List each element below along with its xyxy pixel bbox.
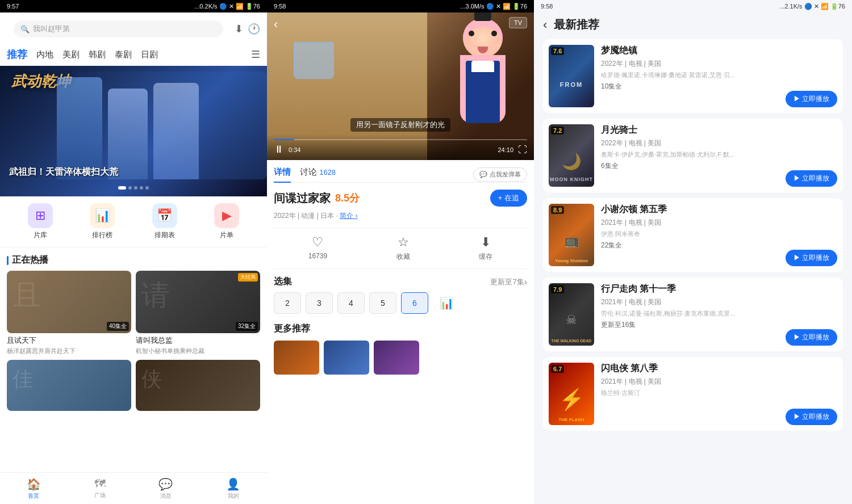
year-3: 2021年 (601, 219, 623, 226)
bottom-nav: 🏠 首页 🗺 广场 💬 消息 👤 我的 (0, 472, 267, 504)
like-action[interactable]: ♡ 16739 (308, 235, 327, 262)
hero-subtitle: 武祖归！天雷淬体横扫大荒 (9, 166, 118, 178)
bottom-nav-home[interactable]: 🏠 首页 (27, 477, 41, 500)
poster-5[interactable]: 6.7 ⚡ THE FLASH (549, 363, 594, 425)
quick-nav-library[interactable]: ⊞ 片库 (28, 203, 53, 240)
back-btn[interactable]: ‹ (543, 18, 547, 32)
hero-banner[interactable]: 武动乾坤 武祖归！天雷淬体横扫大荒 (0, 66, 267, 196)
status-bar-1: 9:57 ...0.2K/s 🔵 ✕ 📶 🔋76 (0, 0, 267, 12)
quick-nav-playlist[interactable]: ▶ 片单 (214, 203, 239, 240)
tab-th-drama[interactable]: 泰剧 (115, 49, 132, 60)
meta-3: 2021年 | 电视 | 美国 (601, 218, 779, 228)
play-btn-3[interactable]: ▶ 立即播放 (786, 250, 837, 266)
fullscreen-btn[interactable]: ⛶ (518, 145, 527, 155)
discuss-label: 讨论 (300, 167, 317, 177)
profile-label: 我的 (228, 492, 239, 500)
score-badge-3: 8.9 (551, 206, 564, 214)
video-area[interactable]: 用另一面镜子反射刚才的光 ‹ TV ⏸ 0:34 24:10 ⛶ (267, 12, 534, 160)
current-time: 0:34 (289, 146, 300, 153)
home-label: 首页 (28, 492, 39, 500)
info-4: 行尸走肉 第十一季 2021年 | 电视 | 美国 劳伦·科汉,诺曼·瑞杜斯,梅… (601, 283, 779, 330)
ep-btn-5[interactable]: 5 (369, 292, 396, 314)
collect-label: 收藏 (396, 252, 410, 262)
cast-2: 奥斯卡·伊萨克,伊桑·霍克,加斯帕德·尤利尔,F·默... (601, 150, 779, 159)
poster-1[interactable]: 7.6 FROM (549, 45, 594, 107)
danmaku-btn[interactable]: 💬 点我发弹幕 (473, 167, 527, 182)
history-icon[interactable]: 🕐 (248, 23, 260, 35)
search-icon: 🔍 (20, 25, 30, 33)
tab-kr-drama[interactable]: 韩剧 (89, 49, 106, 60)
play-btn-1[interactable]: ▶ 立即播放 (786, 91, 837, 107)
country-1: 美国 (648, 60, 661, 68)
play-btn-5[interactable]: ▶ 立即播放 (786, 409, 837, 425)
ep-btn-3[interactable]: 3 (306, 292, 333, 314)
card-wrapper-1: 且 40集全 且试天下 杨洋赵露思并肩共赴天下 (7, 271, 131, 355)
play-btn-4[interactable]: ▶ 立即播放 (786, 329, 837, 346)
tab-us-drama[interactable]: 美剧 (62, 49, 80, 60)
like-icon: ♡ (312, 235, 323, 250)
search-bar[interactable]: 🔍 我叫赵甲第 (14, 20, 223, 37)
follow-btn[interactable]: + 在追 (490, 190, 527, 207)
title-5: 闪电侠 第八季 (601, 363, 779, 375)
status-network-2: ...3.0M/s 🔵 ✕ 📶 🔋76 (460, 3, 527, 10)
video-progress-fill (274, 139, 294, 140)
type-1: 电视 (629, 60, 642, 68)
more-card-2[interactable] (324, 341, 369, 375)
ep-btn-4[interactable]: 4 (337, 292, 365, 314)
download-icon[interactable]: ⬇ (235, 23, 243, 35)
quick-nav: ⊞ 片库 📊 排行榜 📅 排期表 ▶ 片单 (0, 196, 267, 247)
poster-4[interactable]: 7.9 ☠ THE WALKING DEAD (549, 283, 594, 346)
country-4: 美国 (648, 298, 661, 306)
tab-discuss[interactable]: 讨论 1628 (300, 167, 336, 182)
poster-3[interactable]: 8.9 📺 Young Sheldon (549, 204, 594, 266)
bottom-nav-plaza[interactable]: 🗺 广场 (94, 477, 106, 499)
hot-card-1[interactable]: 且 40集全 (7, 271, 131, 333)
status-bar-3: 9:58 ...2.1K/s 🔵 ✕ 📶 🔋76 (534, 0, 852, 12)
play-btn-2[interactable]: ▶ 立即播放 (786, 170, 837, 187)
cache-icon: ⬇ (481, 235, 491, 250)
score-badge-5: 6.7 (551, 365, 564, 373)
bottom-nav-messages[interactable]: 💬 消息 (158, 477, 173, 500)
country-5: 美国 (648, 377, 661, 385)
second-card-1[interactable]: 佳 (7, 360, 131, 411)
ep-chart-btn[interactable]: 📊 (433, 292, 460, 314)
quick-nav-ranking[interactable]: 📊 排行榜 (90, 203, 115, 240)
ranking-label: 排行榜 (92, 230, 112, 240)
ep-btn-6[interactable]: 6 (401, 292, 428, 314)
tab-jp-drama[interactable]: 日剧 (141, 49, 158, 60)
video-progress-bar[interactable] (274, 139, 527, 140)
tab-mainland[interactable]: 内地 (36, 49, 53, 60)
meta-2: 2022年 | 电视 | 美国 (601, 138, 779, 148)
library-icon: ⊞ (28, 203, 53, 228)
poster-2[interactable]: 7.2 🌙 MOON KNIGHT (549, 124, 594, 187)
quick-nav-schedule[interactable]: 📅 排期表 (152, 203, 177, 240)
ep-btn-2[interactable]: 2 (274, 292, 301, 314)
show-score: 8.5分 (335, 191, 360, 205)
tab-recommend[interactable]: 推荐 (7, 48, 27, 61)
tv-cast-btn[interactable]: TV (509, 17, 527, 28)
more-card-3[interactable] (374, 341, 419, 375)
nav-tabs: 推荐 内地 美剧 韩剧 泰剧 日剧 ☰ (0, 45, 267, 66)
type-3: 电视 (629, 219, 642, 226)
cache-label: 缓存 (479, 252, 492, 262)
meta-intro-link[interactable]: 简介 › (340, 212, 357, 220)
year-5: 2021年 (601, 377, 623, 385)
bottom-nav-profile[interactable]: 👤 我的 (226, 477, 240, 500)
menu-icon[interactable]: ☰ (251, 48, 260, 61)
hot-card-2[interactable]: 请 大结局 32集全 (136, 271, 260, 333)
messages-icon: 💬 (158, 477, 173, 491)
discuss-count: 1628 (319, 168, 336, 177)
recommendations-header: ‹ 最新推荐 (534, 12, 852, 39)
download-action[interactable]: ⬇ 缓存 (479, 235, 492, 262)
more-card-1[interactable] (274, 341, 319, 375)
pause-btn[interactable]: ⏸ (274, 144, 284, 156)
tab-detail[interactable]: 详情 (274, 167, 291, 182)
collect-action[interactable]: ☆ 收藏 (396, 235, 410, 262)
second-row-cards: 佳 侠 (0, 355, 267, 413)
video-back-btn[interactable]: ‹ (274, 17, 278, 32)
episodes-update[interactable]: 更新至7集 (490, 277, 524, 287)
info-5: 闪电侠 第八季 2021年 | 电视 | 美国 格兰特·古斯汀 (601, 363, 779, 400)
status-network-3: ...2.1K/s 🔵 ✕ 📶 🔋76 (779, 3, 845, 10)
panel-home: 9:57 ...0.2K/s 🔵 ✕ 📶 🔋76 🔍 我叫赵甲第 ⬇ 🕐 推荐 … (0, 0, 267, 504)
second-card-2[interactable]: 侠 (136, 360, 260, 411)
